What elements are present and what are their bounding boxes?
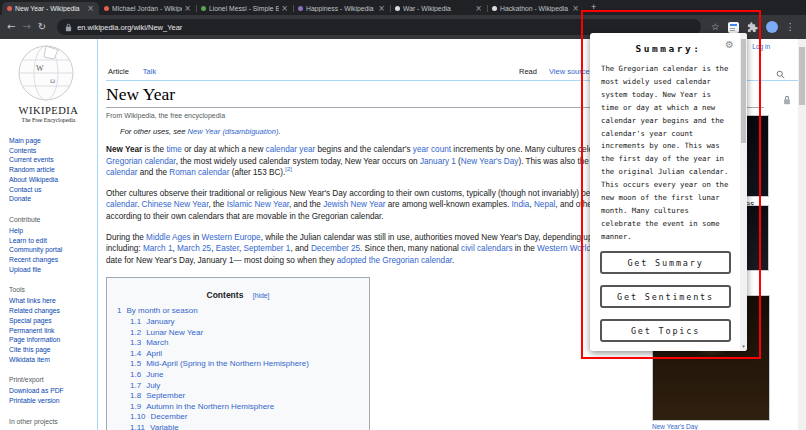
sidebar-navigation-group: Main pageContentsCurrent eventsRandom ar… — [0, 136, 97, 211]
tab-title: Hackathon - Wikipedia — [500, 5, 570, 12]
tab-favicon-icon — [104, 6, 109, 11]
table-of-contents: Contents [hide] 1By month or season 1.1J… — [106, 277, 370, 430]
sidebar-link[interactable]: About Wikipedia — [9, 175, 95, 185]
tab-favicon-icon — [201, 6, 206, 11]
browser-tab[interactable]: Happiness - Wikipedia × — [293, 2, 390, 15]
sidebar-link[interactable]: Main page — [9, 136, 95, 146]
tab-list: New Year - Wikipedia × Michael Jordan - … — [2, 2, 584, 15]
tab-close-icon[interactable]: × — [184, 5, 191, 13]
toc-hide-link[interactable]: [hide] — [253, 292, 270, 299]
toc-entry-label: July — [146, 381, 160, 390]
toc-entry-number: 1.2 — [130, 328, 141, 337]
sidebar-link[interactable]: Upload file — [9, 265, 95, 275]
toc-title: Contents — [207, 290, 244, 300]
sidebar-link[interactable]: Wikidata item — [9, 355, 95, 365]
tab-title: Michael Jordan - Wikipedia — [112, 5, 182, 12]
reload-icon[interactable]: ↻ — [38, 22, 46, 32]
sidebar-link[interactable]: Current events — [9, 155, 95, 165]
sidebar-link[interactable]: What links here — [9, 296, 95, 306]
toc-entry[interactable]: 1.11Variable — [130, 423, 359, 430]
menu-kebab-icon[interactable]: ⋮ — [786, 22, 796, 32]
profile-avatar[interactable] — [766, 21, 778, 33]
toc-entry-label: March — [146, 338, 168, 347]
toc-entry[interactable]: 1.4April — [130, 349, 359, 360]
toc-entry[interactable]: 1.6June — [130, 370, 359, 381]
sidebar-link[interactable]: Contents — [9, 146, 95, 156]
toc-entry-number: 1.9 — [130, 402, 141, 411]
page-scrollbar[interactable] — [798, 39, 806, 430]
browser-tab[interactable]: Michael Jordan - Wikipedia × — [99, 2, 196, 15]
toc-entry[interactable]: 1.7July — [130, 381, 359, 392]
toc-entry-number: 1.3 — [130, 338, 141, 347]
sidebar-link[interactable]: Related changes — [9, 306, 95, 316]
browser-tab[interactable]: New Year - Wikipedia × — [2, 2, 99, 15]
tab-title: New Year - Wikipedia — [15, 5, 85, 12]
toc-entry[interactable]: 1.10December — [130, 412, 359, 423]
page-tabs-left: Article Talk — [108, 67, 156, 76]
site-security-lock-icon[interactable] — [65, 23, 72, 32]
sidebar-contribute-group: Contribute HelpLearn to editCommunity po… — [0, 216, 97, 282]
tab-close-icon[interactable]: × — [475, 5, 482, 13]
toc-entry-label: June — [146, 370, 163, 379]
forward-icon[interactable]: → — [22, 22, 30, 32]
url-text: en.wikipedia.org/wiki/New_Year — [77, 23, 182, 32]
sidebar-link[interactable]: Random article — [9, 165, 95, 175]
browser-tab[interactable]: War - Wikipedia × — [390, 2, 487, 15]
toc-entry-label: Mid-April (Spring in the Northern Hemisp… — [146, 359, 309, 368]
sidebar-link[interactable]: Special pages — [9, 316, 95, 326]
tab-close-icon[interactable]: × — [378, 5, 385, 13]
tab-read[interactable]: Read — [519, 67, 537, 76]
sidebar-link[interactable]: Donate — [9, 194, 95, 204]
tab-favicon-icon — [492, 6, 497, 11]
toc-entry-number: 1.1 — [130, 317, 141, 326]
sidebar-section-header: Contribute — [9, 216, 95, 223]
tab-talk[interactable]: Talk — [143, 67, 156, 76]
sidebar-link[interactable]: Permanent link — [9, 326, 95, 336]
sidebar-link[interactable]: Learn to edit — [9, 236, 95, 246]
toc-entry-label: Variable — [150, 423, 179, 430]
toc-entry-label: September — [146, 391, 185, 400]
sidebar-link[interactable]: Help — [9, 226, 95, 236]
tab-article[interactable]: Article — [108, 67, 129, 76]
toc-entry[interactable]: 1.8September — [130, 391, 359, 402]
sidebar-section-header: Tools — [9, 286, 95, 293]
toc-entry-label: December — [151, 412, 188, 421]
tab-favicon-icon — [298, 6, 303, 11]
toc-entry[interactable]: 1.3March — [130, 338, 359, 349]
tab-title: Happiness - Wikipedia — [306, 5, 376, 12]
toc-entry-number: 1.10 — [130, 412, 146, 421]
browser-tab[interactable]: Hackathon - Wikipedia × — [487, 2, 584, 15]
sidebar-link[interactable]: Printable version — [9, 396, 95, 406]
toc-entry-number: 1 — [117, 306, 121, 315]
sidebar-link[interactable]: Recent changes — [9, 255, 95, 265]
wiki-sidebar: Main pageContentsCurrent eventsRandom ar… — [0, 39, 97, 430]
tab-close-icon[interactable]: × — [281, 5, 288, 13]
image-caption[interactable]: New Year's Day — [652, 423, 770, 430]
tab-favicon-icon — [7, 6, 12, 11]
tab-close-icon[interactable]: × — [572, 5, 579, 13]
toc-header: Contents [hide] — [117, 284, 359, 302]
sidebar-section-header: Print/export — [9, 376, 95, 383]
toc-entry[interactable]: 1.2Lunar New Year — [130, 328, 359, 339]
tab-close-icon[interactable]: × — [87, 5, 94, 13]
toc-entry-label: By month or season — [126, 306, 197, 315]
tab-title: War - Wikipedia — [403, 5, 473, 12]
toc-entry[interactable]: 1.1January — [130, 317, 359, 328]
sidebar-link[interactable]: Download as PDF — [9, 386, 95, 396]
sidebar-link[interactable]: Page information — [9, 335, 95, 345]
toc-entry[interactable]: 1.9Autumn in the Northern Hemisphere — [130, 402, 359, 413]
toc-entry-number: 1.8 — [130, 391, 141, 400]
toc-entry-label: Autumn in the Northern Hemisphere — [146, 402, 274, 411]
back-icon[interactable]: ← — [7, 22, 15, 32]
sidebar-link[interactable]: Cite this page — [9, 345, 95, 355]
page-scrollbar-thumb[interactable] — [799, 47, 805, 105]
toc-entry[interactable]: 1.5Mid-April (Spring in the Northern Hem… — [130, 359, 359, 370]
toc-entry[interactable]: 1By month or season — [117, 306, 359, 317]
browser-tab[interactable]: Lionel Messi - Simple Engli... × — [196, 2, 293, 15]
tab-title: Lionel Messi - Simple Engli... — [209, 5, 279, 12]
toc-entry-number: 1.4 — [130, 349, 141, 358]
sidebar-link[interactable]: Community portal — [9, 245, 95, 255]
highlight-rectangle — [581, 10, 761, 359]
sidebar-link[interactable]: Contact us — [9, 185, 95, 195]
toc-entry-number: 1.6 — [130, 370, 141, 379]
